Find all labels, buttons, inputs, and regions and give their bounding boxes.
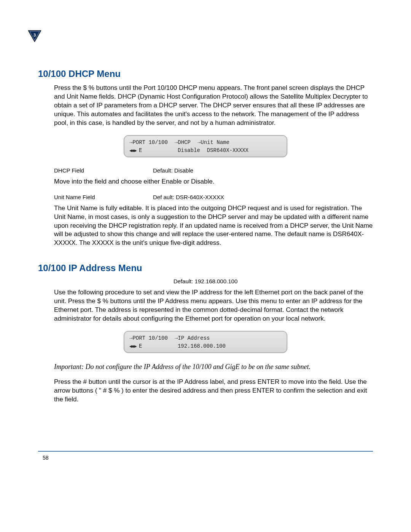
lcd-line-2: ◀◆▶ E 192.168.000.100 <box>129 342 282 350</box>
text: IP Address <box>178 335 210 341</box>
unitname-field-row: Unit Name Field Def ault: DSR-640X-XXXXX <box>54 194 373 200</box>
dhcp-instruction: Move into the field and choose either En… <box>54 177 373 186</box>
lcd-cell: ◀◆▶ E <box>129 342 171 350</box>
ip-default-line: Default: 192.168.000.100 <box>38 278 373 284</box>
lcd-cell: Unit Name <box>198 139 229 147</box>
text: DHCP <box>178 139 191 145</box>
field-default: Def ault: DSR-640X-XXXXX <box>153 194 373 200</box>
button-symbols: " # $ % <box>99 387 119 394</box>
lcd-cell: PORT 10/100 <box>129 139 168 147</box>
chapter-marker: 3 <box>27 30 42 43</box>
page-number: 58 <box>43 455 49 461</box>
important-note: Important: Do not configure the IP Addre… <box>54 363 373 371</box>
dhcp-intro: Press the $ % buttons until the Port 10/… <box>54 84 373 128</box>
text: Press the <box>54 378 83 385</box>
text: Unit Name <box>201 139 229 145</box>
section-title-ip: 10/100 IP Address Menu <box>38 263 373 273</box>
field-default: Default: Disable <box>153 167 373 174</box>
lcd-cell: 192.168.000.100 <box>178 342 226 350</box>
ip-press-instruction: Press the # button until the cursor is a… <box>54 378 373 404</box>
nav-arrows-icon: ◀◆▶ <box>129 148 139 153</box>
section-title-dhcp: 10/100 DHCP Menu <box>38 69 373 79</box>
arrow-right-icon <box>175 335 178 341</box>
lcd-line-1: PORT 10/100 IP Address <box>129 334 282 342</box>
text: buttons until the Port 10/100 DHCP menu … <box>54 84 368 126</box>
text: Press the <box>54 84 83 91</box>
page: 3 10/100 DHCP Menu Press the $ % buttons… <box>0 0 411 480</box>
text: PORT 10/100 <box>132 139 167 145</box>
field-label: DHCP Field <box>54 167 153 174</box>
text: E <box>139 343 142 349</box>
button-symbol: # <box>83 378 87 385</box>
field-label: Unit Name Field <box>54 194 153 200</box>
nav-arrows-icon: ◀◆▶ <box>129 344 139 349</box>
ip-intro: Use the following procedure to set and v… <box>54 288 373 323</box>
text: E <box>139 147 142 153</box>
lcd-line-1: PORT 10/100 DHCP Unit Name <box>129 139 282 147</box>
lcd-cell: Disable <box>178 147 200 155</box>
dhcp-field-row: DHCP Field Default: Disable <box>54 167 373 174</box>
lcd-panel-dhcp: PORT 10/100 DHCP Unit Name ◀◆▶ E Disable… <box>124 135 287 157</box>
lcd-line-2: ◀◆▶ E Disable DSR640X-XXXXX <box>129 147 282 155</box>
arrow-right-icon <box>175 139 178 145</box>
lcd-cell: DSR640X-XXXXX <box>207 147 249 155</box>
footer-rule <box>38 451 373 452</box>
arrow-right-icon <box>198 139 201 145</box>
lcd-cell: DHCP <box>175 139 191 147</box>
text: PORT 10/100 <box>132 335 167 341</box>
button-symbols: $ % <box>97 297 108 305</box>
lcd-panel-ip: PORT 10/100 IP Address ◀◆▶ E 192.168.000… <box>124 331 287 353</box>
lcd-cell: IP Address <box>175 334 210 342</box>
lcd-cell: PORT 10/100 <box>129 334 168 342</box>
chapter-number: 3 <box>27 33 42 37</box>
button-symbols: $ % <box>83 84 94 91</box>
lcd-cell: ◀◆▶ E <box>129 147 171 155</box>
unitname-text: The Unit Name is fully editable. It is p… <box>54 204 373 248</box>
